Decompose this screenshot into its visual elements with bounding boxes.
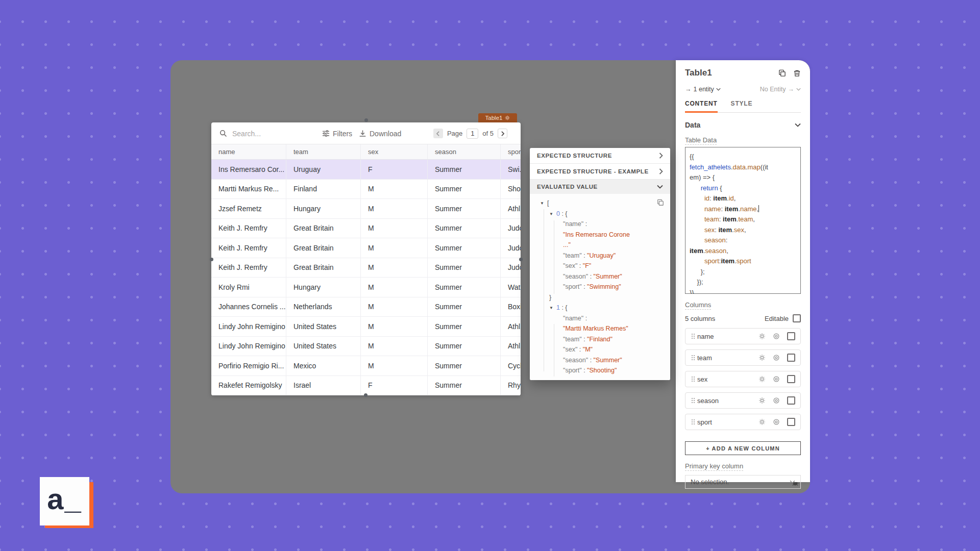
expected-structure-example-section[interactable]: EXPECTED STRUCTURE - EXAMPLE	[530, 164, 670, 180]
table-row[interactable]: Lindy John RemiginoUnited StatesMSummerA…	[211, 317, 521, 337]
filters-label: Filters	[333, 130, 352, 138]
table-row[interactable]: Jzsef RemetzHungaryMSummerAthl...	[211, 199, 521, 219]
table-cell-team: Hungary	[286, 278, 361, 297]
table-cell-name: Porfirio Remigio Ri...	[211, 356, 286, 375]
table-cell-team: Netherlands	[286, 297, 361, 317]
expected-structure-section[interactable]: EXPECTED STRUCTURE	[530, 148, 670, 164]
json-tree-line: ▼0 : {	[530, 209, 670, 219]
tab-content[interactable]: CONTENT	[685, 100, 718, 113]
search-input[interactable]	[231, 129, 303, 138]
primary-key-dropdown[interactable]: No selection.	[685, 475, 801, 489]
editable-checkbox[interactable]	[793, 314, 801, 322]
column-checkbox[interactable]	[787, 418, 795, 426]
column-item-team[interactable]: team	[685, 349, 801, 366]
table-cell-team: Mexico	[286, 356, 361, 375]
column-header-team[interactable]: team	[286, 144, 361, 159]
next-page-button[interactable]	[498, 129, 507, 138]
logo-text: a_	[47, 484, 82, 514]
resize-handle-right[interactable]	[519, 258, 523, 261]
column-settings-gear-icon[interactable]	[758, 418, 766, 425]
table-row[interactable]: Rakefet RemigolskyIsraelFSummerRhyt...	[211, 376, 521, 396]
table-cell-name: Lindy John Remigino	[211, 337, 286, 356]
copy-json-icon[interactable]	[657, 199, 664, 208]
column-checkbox[interactable]	[787, 396, 795, 405]
column-visibility-icon[interactable]	[773, 375, 780, 383]
column-visibility-icon[interactable]	[773, 354, 780, 361]
data-section-header[interactable]: Data	[685, 119, 801, 131]
json-tree: ▼[▼0 : {"name" :"Ins Remersaro Corone...…	[530, 194, 670, 380]
table-row[interactable]: Lindy John RemiginoUnited StatesMSummerA…	[211, 337, 521, 357]
expand-triangle-icon[interactable]: ▼	[549, 303, 556, 314]
table-cell-sport: Cycli...	[501, 356, 521, 375]
tree-guide-line	[554, 220, 554, 294]
code-line: });	[690, 277, 796, 288]
resize-handle-bottom[interactable]	[364, 393, 368, 397]
column-item-sport[interactable]: sport	[685, 414, 801, 430]
table-row[interactable]: Keith J. RemfryGreat BritainMSummerJudo	[211, 219, 521, 239]
table-row[interactable]: Porfirio Remigio Ri...MexicoMSummerCycli…	[211, 356, 521, 376]
evaluated-value-section[interactable]: EVALUATED VALUE	[530, 180, 670, 194]
incoming-entity-selector[interactable]: → 1 entity	[685, 86, 721, 93]
table-row[interactable]: Ins Remersaro Cor...UruguayFSummerSwi...	[211, 160, 521, 180]
table-row[interactable]: Keith J. RemfryGreat BritainMSummerJudo	[211, 238, 521, 258]
column-checkbox[interactable]	[787, 375, 795, 383]
page-number-input[interactable]	[467, 129, 478, 139]
column-settings-gear-icon[interactable]	[758, 333, 766, 340]
download-icon	[359, 130, 366, 137]
resize-handle-left[interactable]	[210, 258, 213, 261]
widget-name-badge[interactable]: Table1	[478, 113, 517, 122]
expand-triangle-icon[interactable]: ▼	[549, 209, 556, 220]
tab-style[interactable]: STYLE	[731, 100, 753, 112]
resize-handle-top[interactable]	[364, 118, 368, 122]
widget-settings-gear-icon[interactable]	[505, 115, 510, 120]
column-visibility-icon[interactable]	[773, 397, 780, 404]
drag-handle-icon[interactable]	[692, 355, 693, 356]
copy-widget-icon[interactable]	[778, 69, 786, 77]
code-editor[interactable]: {{ fetch_athelets.data.map((item) => { r…	[685, 147, 801, 294]
table-row[interactable]: Keith J. RemfryGreat BritainMSummerJudo	[211, 258, 521, 278]
property-pane: Table1 → 1 entity No Entity →	[676, 60, 810, 482]
previous-page-button[interactable]	[433, 129, 443, 138]
drag-handle-icon[interactable]	[692, 398, 693, 399]
table-cell-season: Summer	[428, 180, 501, 199]
column-item-name[interactable]: name	[685, 328, 801, 344]
column-header-name[interactable]: name	[211, 144, 286, 159]
add-new-column-button[interactable]: + ADD A NEW COLUMN	[685, 441, 801, 455]
table-row[interactable]: Johannes Cornelis ...NetherlandsMSummerB…	[211, 297, 521, 317]
table-cell-name: Keith J. Remfry	[211, 258, 286, 278]
expand-triangle-icon[interactable]: ▼	[540, 198, 547, 209]
outgoing-entity-selector[interactable]: No Entity →	[760, 86, 801, 93]
primary-key-label: Primary key column	[685, 462, 743, 471]
column-header-sport[interactable]: sport	[501, 144, 521, 159]
column-visibility-icon[interactable]	[773, 418, 780, 425]
code-line: sport:item.sport	[690, 256, 796, 267]
drag-handle-icon[interactable]	[692, 377, 693, 378]
code-line: fetch_athelets.data.map((it	[690, 162, 796, 173]
logo-white-square: a_	[40, 477, 89, 525]
column-checkbox[interactable]	[787, 332, 795, 340]
page-total-label: of 5	[482, 130, 494, 137]
column-settings-gear-icon[interactable]	[758, 354, 766, 361]
column-header-sex[interactable]: sex	[361, 144, 428, 159]
expected-structure-example-label: EXPECTED STRUCTURE - EXAMPLE	[537, 168, 649, 174]
column-item-season[interactable]: season	[685, 392, 801, 409]
column-settings-gear-icon[interactable]	[758, 397, 766, 404]
table-row[interactable]: Martti Markus Re...FinlandMSummerSho...	[211, 180, 521, 199]
column-header-season[interactable]: season	[428, 144, 501, 159]
column-visibility-icon[interactable]	[773, 333, 780, 340]
table-widget[interactable]: Filters Download Page of	[211, 122, 521, 395]
column-settings-gear-icon[interactable]	[758, 375, 766, 383]
table-cell-sex: M	[361, 356, 428, 375]
tree-guide-line	[544, 209, 544, 371]
filters-button[interactable]: Filters	[322, 122, 352, 144]
download-button[interactable]: Download	[359, 122, 401, 144]
table-row[interactable]: Kroly RmiHungaryMSummerWat...	[211, 278, 521, 297]
drag-handle-icon[interactable]	[692, 334, 693, 335]
search-icon	[219, 130, 227, 137]
column-item-sex[interactable]: sex	[685, 371, 801, 387]
column-checkbox[interactable]	[787, 354, 795, 362]
drag-handle-icon[interactable]	[692, 419, 693, 420]
delete-widget-icon[interactable]	[793, 69, 801, 77]
editable-label: Editable	[765, 315, 789, 322]
no-entity-label: No Entity	[760, 86, 786, 93]
